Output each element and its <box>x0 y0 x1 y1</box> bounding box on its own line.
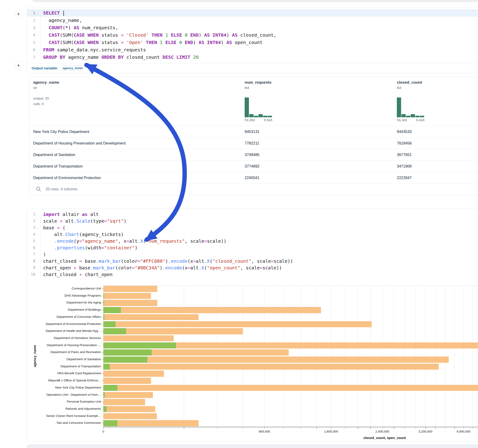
add-cell-button-top[interactable]: + <box>14 10 23 18</box>
chart-bar-closed <box>103 300 157 306</box>
chart-bar-open <box>103 293 104 299</box>
histogram-max-label: 9.5e6 <box>264 118 272 122</box>
code-line[interactable]: 3⌄base = ( <box>27 224 478 231</box>
chart-x-tick <box>405 427 405 429</box>
chart-x-axis-line <box>103 427 478 427</box>
line-number: 2 <box>27 18 35 23</box>
column-type: str <box>33 86 59 90</box>
table-row[interactable]: Department of Sanitation37494853677651 <box>30 149 478 161</box>
code-text: .properties(width="container") <box>41 245 138 250</box>
code-line[interactable]: 9chart_open = base.mark_bar(color="#8BC3… <box>27 264 478 271</box>
column-header[interactable]: num_requestsi6453,3049.5e6 <box>245 80 271 90</box>
chart-gridline <box>472 285 473 427</box>
fold-toggle-icon[interactable]: ⌄ <box>35 12 39 14</box>
value-cell: 2222847 <box>397 172 412 183</box>
chart-y-label: Department of Buildings <box>34 308 101 311</box>
code-text: CAST(SUM(CASE WHEN status = 'Open' THEN … <box>41 40 262 45</box>
chart-x-tick <box>394 427 394 429</box>
chart-y-label: Department of Health and Mental Hyg… <box>34 329 101 333</box>
chart-bar-closed <box>103 371 164 377</box>
code-text: CAST(SUM(CASE WHEN status = 'Closed' THE… <box>41 32 277 38</box>
chart-gridline <box>405 285 405 427</box>
chart-y-tick <box>102 303 103 303</box>
table-header: agency_namestrunique: 20nulls: 0num_requ… <box>30 77 478 126</box>
code-line[interactable]: 5 CAST(SUM(CASE WHEN status = 'Open' THE… <box>27 39 478 46</box>
chart-gridline <box>394 285 394 427</box>
column-header[interactable]: agency_namestrunique: 20nulls: 0 <box>33 80 59 107</box>
sql-code-editor[interactable]: 1⌄SELECT 2 agency_name,3 COUNT(*) AS num… <box>27 7 478 63</box>
code-line[interactable]: 2scale = alt.Scale(type="sqrt") <box>27 218 478 224</box>
table-row[interactable]: Department of Housing Preservation and D… <box>30 137 478 149</box>
code-line[interactable]: 6 .properties(width="container") <box>27 244 478 251</box>
code-line[interactable]: 6FROM sample_data.nyc.service_requests <box>27 46 478 53</box>
table-row[interactable]: Department of Transportation377489234719… <box>30 161 478 172</box>
code-line[interactable]: 2 agency_name, <box>27 17 478 24</box>
line-number: 6 <box>27 245 35 250</box>
chart-y-label: HRA Benefit Card Replacement <box>34 372 101 375</box>
line-number: 6 <box>27 48 35 52</box>
column-type: i64 <box>397 86 422 90</box>
plot-top-border <box>103 285 478 286</box>
table-row[interactable]: New York City Police Department945313194… <box>30 126 478 137</box>
agency-name-cell: New York City Police Department <box>33 126 89 137</box>
code-line[interactable]: 10chart_closed + chart_open <box>27 271 478 278</box>
agency-name-cell: Department of Housing Preservation and D… <box>33 137 126 149</box>
search-icon[interactable] <box>36 187 42 192</box>
code-line[interactable]: 4 alt.Chart(agency_tickets) <box>27 231 478 238</box>
value-cell: 3774892 <box>245 161 259 172</box>
chart-y-tick <box>102 338 103 339</box>
fold-toggle-icon[interactable]: ⌄ <box>35 226 39 229</box>
chart-x-tick-label: 3,200,000 <box>412 430 439 433</box>
chart-bar-closed <box>103 406 155 412</box>
code-line[interactable]: 3 COUNT(*) AS num_requests, <box>27 24 478 31</box>
line-number: 4 <box>27 232 35 236</box>
column-name: agency_name <box>33 80 59 85</box>
chart-x-tick <box>283 427 284 429</box>
plot-left-border <box>103 285 104 427</box>
column-header[interactable]: closed_counti6453,3049.4e6 <box>397 80 422 90</box>
line-number: 10 <box>27 272 35 277</box>
table-footer: 20 rows, 4 columns <box>30 184 478 195</box>
code-line[interactable]: 1⌄SELECT <box>27 9 478 17</box>
chart-y-tick <box>102 324 103 324</box>
table-body: New York City Police Department945313194… <box>30 126 478 184</box>
chart-x-tick <box>454 427 455 429</box>
chart-bar-closed <box>103 321 372 328</box>
column-stat: nulls: 0 <box>33 101 59 107</box>
agency-name-cell: Department of Sanitation <box>33 149 75 160</box>
chart-bar-open <box>103 328 126 334</box>
add-cell-button-mid[interactable]: + <box>14 61 23 70</box>
chart-y-label: Refunds and Adjustments <box>34 407 101 411</box>
chart-bar-open <box>103 342 176 349</box>
chart-bar-closed <box>103 335 174 342</box>
chart-y-tick <box>102 373 103 374</box>
code-line[interactable]: 4 CAST(SUM(CASE WHEN status = 'Closed' T… <box>27 31 478 39</box>
chart-x-tick <box>415 427 416 429</box>
chart-bar-closed <box>103 385 478 391</box>
code-text: FROM sample_data.nyc.service_requests <box>41 47 146 53</box>
table-row[interactable]: Department of Environmental Protection22… <box>30 172 478 184</box>
output-variable-chip[interactable]: agency_tickets <box>61 65 82 71</box>
chart-bar-closed <box>103 307 321 313</box>
chart-bar-closed <box>103 399 145 405</box>
code-line[interactable]: 7GROUP BY agency_name ORDER BY closed_co… <box>27 53 478 61</box>
chart-x-axis-title: closed_count, open_count <box>350 436 419 440</box>
chart-y-tick <box>102 359 103 360</box>
chart-bar-open <box>103 406 107 412</box>
chart-y-tick <box>102 317 103 317</box>
line-number: 4 <box>27 33 35 37</box>
chart-y-label: DHS Advantage Programs <box>34 294 101 298</box>
code-line[interactable]: 1import altair as alt <box>27 211 478 218</box>
code-line[interactable]: 7) <box>27 251 478 258</box>
chart-bar-closed <box>103 413 157 419</box>
code-line[interactable]: 8chart_closed = base.mark_bar(color="#FF… <box>27 258 478 264</box>
code-line[interactable]: 5 .encode(y="agency_name", x=alt.X("num_… <box>27 238 478 244</box>
chart-bar-closed <box>103 286 157 292</box>
chart-x-tick <box>264 427 265 429</box>
python-code-editor[interactable]: 1import altair as alt2scale = alt.Scale(… <box>27 209 478 280</box>
python-cell: 1import altair as alt2scale = alt.Scale(… <box>27 209 478 442</box>
histogram-min-label: 53,304 <box>245 118 255 122</box>
chart-y-label: New York City Police Department <box>34 386 101 389</box>
chart-gridline <box>382 285 383 427</box>
column-stat: unique: 20 <box>33 96 59 101</box>
